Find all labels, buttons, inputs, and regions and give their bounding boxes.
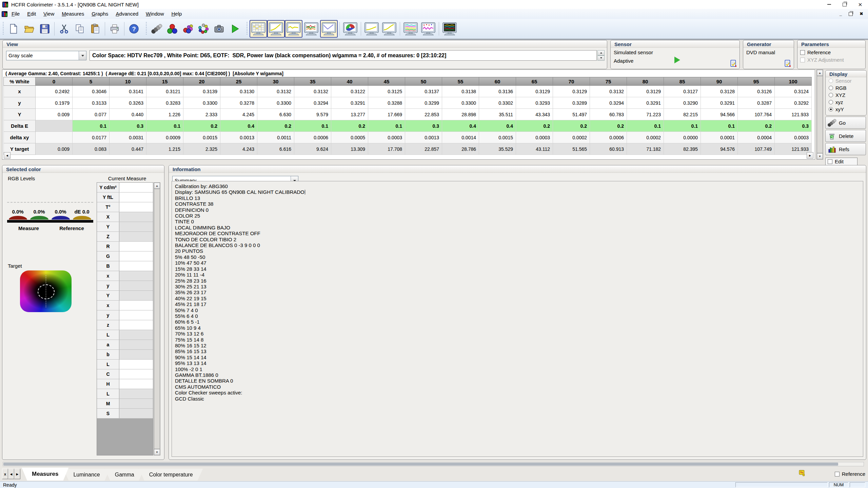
table-cell[interactable]: 0.3287 bbox=[738, 97, 775, 109]
table-cell[interactable]: 0.3291 bbox=[701, 97, 738, 109]
toolbar-grip[interactable] bbox=[2, 22, 4, 36]
table-cell[interactable]: 0.3046 bbox=[73, 86, 110, 97]
view-select-arrow-button[interactable] bbox=[79, 51, 86, 60]
main-horizontal-scrollbar[interactable] bbox=[3, 462, 864, 466]
table-cell[interactable]: 0.1 bbox=[73, 120, 110, 132]
table-vertical-scrollbar[interactable]: ▲ ▼ bbox=[816, 69, 823, 160]
table-cell[interactable]: 0.0002 bbox=[627, 132, 664, 143]
paste-button[interactable] bbox=[87, 21, 103, 37]
table-cell[interactable]: 0.0000 bbox=[664, 132, 701, 143]
colorchecker-measure-button[interactable] bbox=[196, 21, 211, 37]
sensor-play-icon[interactable] bbox=[674, 57, 680, 63]
table-cell[interactable]: 0.3124 bbox=[775, 86, 812, 97]
table-cell[interactable]: 0.0014 bbox=[442, 132, 479, 143]
menu-item-advanced[interactable]: Advanced bbox=[112, 9, 142, 19]
table-cell[interactable]: 0.0011 bbox=[257, 132, 294, 143]
table-cell[interactable]: 0.0177 bbox=[73, 132, 110, 143]
table-cell[interactable]: 0.3294 bbox=[294, 97, 331, 109]
table-cell[interactable]: 0.3300 bbox=[442, 97, 479, 109]
footer-reference-checkbox[interactable]: Reference bbox=[835, 471, 865, 477]
generator-config-icon[interactable] bbox=[784, 59, 792, 68]
tab-measures[interactable]: Measures bbox=[22, 468, 68, 481]
table-cell[interactable]: 0.1 bbox=[627, 120, 664, 132]
column-header-50[interactable]: 50 bbox=[405, 77, 442, 86]
display-option-xyz[interactable]: XYZ bbox=[826, 92, 866, 99]
table-cell[interactable]: 0.077 bbox=[73, 109, 110, 120]
table-cell[interactable]: 107.749 bbox=[738, 143, 775, 155]
table-cell[interactable]: 17.708 bbox=[368, 143, 405, 155]
table-cell[interactable]: 28.898 bbox=[442, 109, 479, 120]
tab-gamma[interactable]: Gamma bbox=[105, 469, 144, 481]
table-cell[interactable]: 0.3 bbox=[775, 120, 812, 132]
table-cell[interactable]: 6.616 bbox=[257, 143, 294, 155]
table-cell[interactable]: 121.933 bbox=[775, 143, 812, 155]
table-cell[interactable]: 0.3291 bbox=[331, 97, 368, 109]
table-cell[interactable]: 60.913 bbox=[590, 143, 627, 155]
menu-item-graphs[interactable]: Graphs bbox=[88, 9, 112, 19]
display-option-rgb[interactable]: RGB bbox=[826, 84, 866, 92]
view-gamma-button[interactable] bbox=[285, 20, 302, 38]
table-cell[interactable]: 0.0013 bbox=[220, 132, 257, 143]
table-cell[interactable]: 0.4 bbox=[479, 120, 516, 132]
scrollbar-thumb[interactable] bbox=[817, 76, 823, 153]
table-cell[interactable]: 0.3130 bbox=[220, 86, 257, 97]
column-header-95[interactable]: 95 bbox=[738, 77, 775, 86]
table-cell[interactable]: 0.3 bbox=[110, 120, 146, 132]
view-rgb-levels-button[interactable] bbox=[302, 20, 320, 38]
table-cell[interactable]: 0.447 bbox=[110, 143, 146, 155]
table-cell[interactable]: 43.343 bbox=[516, 109, 553, 120]
table-cell[interactable]: 0.3129 bbox=[553, 86, 590, 97]
table-cell[interactable]: 0.3 bbox=[405, 120, 442, 132]
table-cell[interactable]: 17.669 bbox=[368, 109, 405, 120]
table-cell[interactable]: 0.1 bbox=[146, 120, 183, 132]
info-text[interactable]: Calibration by: ABG360Display: SAMSUNG 6… bbox=[172, 181, 863, 457]
scroll-down-icon[interactable]: ▼ bbox=[817, 153, 823, 159]
current-measure-scrollbar[interactable]: ▲ ▼ bbox=[154, 182, 160, 455]
toolbar-grip[interactable] bbox=[145, 22, 147, 36]
table-cell[interactable]: 0.1979 bbox=[36, 97, 73, 109]
table-cell[interactable]: 2.333 bbox=[183, 109, 220, 120]
table-cell[interactable]: 43.112 bbox=[516, 143, 553, 155]
column-header-0[interactable]: 0 bbox=[36, 77, 73, 86]
column-header-15[interactable]: 15 bbox=[146, 77, 183, 86]
go-button[interactable]: Go bbox=[825, 117, 866, 129]
scrollbar-thumb[interactable] bbox=[154, 189, 160, 449]
scroll-up-icon[interactable]: ▲ bbox=[817, 70, 823, 76]
scroll-up-icon[interactable]: ▲ bbox=[154, 183, 160, 189]
display-option-xyz[interactable]: xyz bbox=[826, 99, 866, 106]
table-cell[interactable]: 0.3300 bbox=[257, 97, 294, 109]
table-cell[interactable]: 82.395 bbox=[664, 143, 701, 155]
table-cell[interactable] bbox=[36, 132, 73, 143]
table-cell[interactable]: 0.3137 bbox=[405, 86, 442, 97]
view-select[interactable]: Gray scale bbox=[6, 51, 86, 60]
table-cell[interactable]: 51.497 bbox=[553, 109, 590, 120]
table-cell[interactable]: 6.630 bbox=[257, 109, 294, 120]
refs-button[interactable]: Refs bbox=[825, 143, 866, 155]
table-cell[interactable]: 0.1 bbox=[294, 120, 331, 132]
table-cell[interactable]: 0.0001 bbox=[701, 132, 738, 143]
tab-scroll-left-button[interactable]: ◄ bbox=[8, 469, 14, 479]
table-cell[interactable]: 0.083 bbox=[73, 143, 110, 155]
table-cell[interactable]: 1.215 bbox=[146, 143, 183, 155]
open-file-button[interactable] bbox=[21, 21, 37, 37]
snapshot-button[interactable] bbox=[211, 21, 227, 37]
table-cell[interactable]: 0.3299 bbox=[405, 97, 442, 109]
view-cie-chart-button[interactable] bbox=[341, 20, 359, 38]
table-cell[interactable]: 0.0006 bbox=[590, 132, 627, 143]
table-cell[interactable]: 0.3283 bbox=[146, 97, 183, 109]
help-button[interactable] bbox=[126, 21, 142, 37]
grayscale-measure-button[interactable] bbox=[149, 21, 164, 37]
table-cell[interactable]: 0.3302 bbox=[479, 97, 516, 109]
new-document-button[interactable] bbox=[6, 21, 21, 37]
column-header-85[interactable]: 85 bbox=[664, 77, 701, 86]
table-cell[interactable]: 0.3292 bbox=[775, 97, 812, 109]
mdi-close-button[interactable]: ✖ bbox=[860, 9, 863, 19]
table-cell[interactable]: 0.0009 bbox=[146, 132, 183, 143]
table-cell[interactable]: 0.3126 bbox=[738, 86, 775, 97]
view-color-temp2-button[interactable] bbox=[419, 20, 437, 38]
menu-item-help[interactable]: Help bbox=[167, 9, 185, 19]
scrollbar-thumb[interactable] bbox=[3, 463, 838, 466]
table-cell[interactable]: 0.0005 bbox=[331, 132, 368, 143]
table-cell[interactable]: 107.764 bbox=[738, 109, 775, 120]
table-cell[interactable]: 0.2 bbox=[590, 120, 627, 132]
